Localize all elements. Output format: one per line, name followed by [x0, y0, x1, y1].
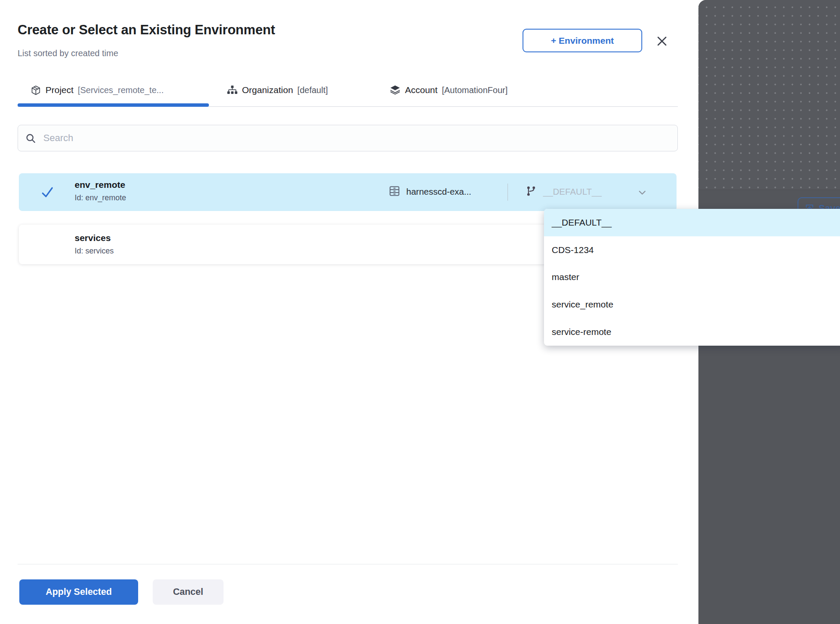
branch-select-value[interactable]: __DEFAULT__: [543, 187, 601, 197]
sort-hint-text: List sorted by created time: [18, 48, 118, 58]
tab-account-scope: [AutomationFour]: [442, 85, 508, 95]
tab-account-label: Account: [405, 85, 438, 95]
search-input[interactable]: [42, 132, 671, 144]
environment-text-block: services Id: services: [75, 233, 114, 256]
apply-selected-button[interactable]: Apply Selected: [19, 579, 138, 605]
environment-name: env_remote: [75, 180, 126, 190]
environment-id: Id: env_remote: [75, 193, 126, 202]
tab-organization[interactable]: Organization [default]: [227, 81, 328, 99]
environment-name: services: [75, 233, 114, 243]
tab-account[interactable]: Account [AutomationFour]: [390, 81, 508, 99]
org-chart-icon: [227, 85, 238, 96]
tab-project-label: Project: [45, 85, 73, 95]
active-tab-underline: [18, 103, 209, 107]
layers-icon: [390, 84, 401, 96]
tab-project-scope: [Services_remote_te...: [78, 85, 163, 95]
footer-divider: [18, 564, 678, 564]
check-icon: [40, 185, 54, 199]
dropdown-option-cds-1234[interactable]: CDS-1234: [544, 236, 840, 264]
dropdown-option-master[interactable]: master: [544, 264, 840, 291]
dropdown-option-default[interactable]: __DEFAULT__: [544, 209, 840, 236]
search-icon: [25, 133, 36, 144]
search-box: [18, 125, 678, 151]
dropdown-option-service-dash-remote[interactable]: service-remote: [544, 318, 840, 346]
repository-icon: [388, 185, 401, 197]
environment-row-env-remote[interactable]: env_remote Id: env_remote harnesscd-exa.…: [19, 173, 677, 211]
tab-project[interactable]: Project [Services_remote_te...: [30, 81, 163, 99]
cancel-button[interactable]: Cancel: [153, 579, 224, 605]
cube-icon: [30, 85, 41, 96]
new-environment-button[interactable]: + Environment: [523, 29, 642, 52]
tab-organization-scope: [default]: [297, 85, 328, 95]
chevron-down-icon[interactable]: [637, 187, 647, 198]
repository-name: harnesscd-exa...: [406, 187, 471, 197]
page-title: Create or Select an Existing Environment: [18, 22, 275, 38]
environment-id: Id: services: [75, 247, 114, 256]
tab-organization-label: Organization: [242, 85, 293, 95]
canvas-dot-grid: [698, 0, 840, 190]
git-branch-icon: [525, 185, 537, 197]
branch-dropdown-menu: __DEFAULT__ CDS-1234 master service_remo…: [544, 209, 840, 346]
dropdown-option-service-underscore-remote[interactable]: service_remote: [544, 291, 840, 318]
close-icon[interactable]: [655, 34, 669, 48]
environment-text-block: env_remote Id: env_remote: [75, 180, 126, 202]
divider: [508, 184, 508, 201]
